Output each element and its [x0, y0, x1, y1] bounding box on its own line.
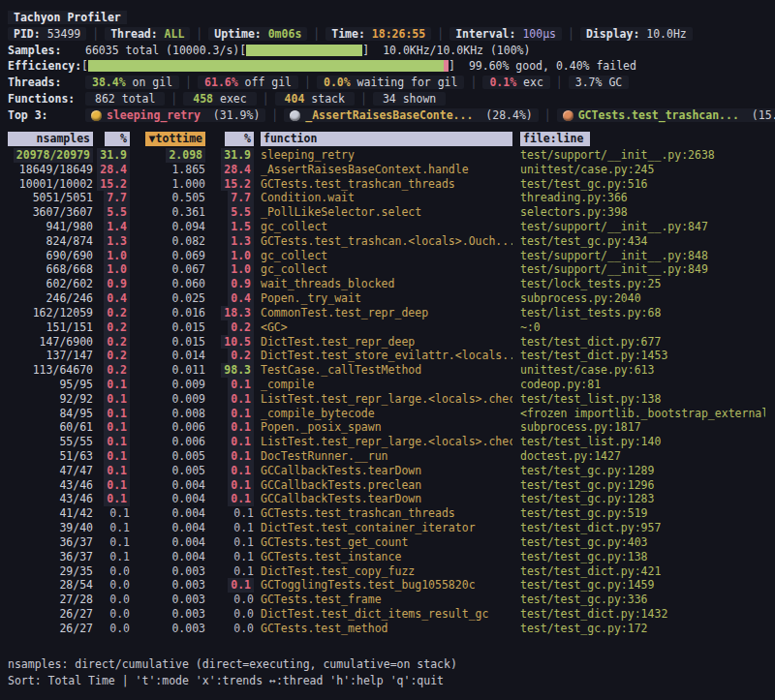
stat-chip: 61.6% off gil: [198, 76, 298, 89]
table-row[interactable]: 26/270.00.0030.0DictTest.test_dict_items…: [8, 607, 767, 622]
cell-pct-direct: 0.4: [104, 291, 130, 306]
info-segment-value: 53499: [47, 27, 81, 41]
cell-nsamples: 43/46: [59, 492, 93, 505]
top3-function-name: _AssertRaisesBaseConte...: [305, 108, 473, 122]
cell-pct-direct: 5.5: [104, 205, 130, 220]
table-row[interactable]: 55/550.10.0060.1ListTest.test_repr_large…: [8, 435, 767, 449]
samples-bar-fill: [246, 45, 362, 56]
cell-file-line: test/support/__init__.py:848: [520, 249, 708, 262]
cell-pct-cumulative: 5.5: [228, 205, 254, 220]
top3-percent: (28.4%): [479, 108, 532, 122]
function-table: 20978/2097931.92.09831.9sleeping_retryte…: [8, 148, 767, 636]
cell-function: GCTests.test_trashcan.<locals>.Ouch....: [261, 234, 512, 248]
cell-tottime: 1.865: [171, 163, 205, 176]
stat-value: 0.1%: [489, 76, 516, 89]
stat-chip: 3.7% GC: [569, 76, 629, 89]
table-row[interactable]: 113/646700.20.01198.3TestCase._callTestM…: [8, 363, 767, 378]
cell-nsamples: 824/874: [46, 234, 93, 248]
cell-file-line: test/support/__init__.py:847: [520, 220, 708, 233]
cell-function: sleeping_retry: [261, 148, 355, 162]
cell-tottime: 0.006: [171, 435, 205, 448]
cell-function: _AssertRaisesBaseContext.handle: [261, 163, 469, 176]
cell-file-line: doctest.py:1427: [520, 449, 621, 463]
cell-function: DictTest.test_repr_deep: [261, 335, 415, 349]
column-header-file-line[interactable]: file:line: [512, 132, 765, 148]
cell-tottime: 0.005: [171, 449, 205, 463]
table-row[interactable]: 602/6020.90.0600.9wait_threads_blockedte…: [8, 277, 767, 291]
table-row[interactable]: 18649/1864928.41.86528.4_AssertRaisesBas…: [8, 163, 767, 177]
cell-pct-direct: 0.1: [104, 407, 130, 421]
table-row[interactable]: 137/1470.20.0140.2DictTest.test_store_ev…: [8, 349, 767, 363]
efficiency-line: Efficiency: [] 99.60% good, 0.40% failed: [8, 58, 767, 75]
stat-value: 61.6%: [204, 76, 238, 89]
column-header-pct-direct[interactable]: %: [93, 132, 130, 148]
cell-file-line: test/test_gc.py:336: [520, 593, 648, 606]
table-row[interactable]: 162/120590.20.01618.3CommonTest.test_rep…: [8, 306, 767, 320]
table-row[interactable]: 3607/36075.50.3615.5_PollLikeSelector.se…: [8, 205, 767, 220]
cell-pct-direct: 7.7: [104, 191, 130, 205]
table-row[interactable]: 824/8741.30.0821.3GCTests.test_trashcan.…: [8, 234, 767, 249]
column-header-function[interactable]: function: [254, 132, 512, 148]
cell-file-line: test/test_dict.py:1453: [520, 349, 667, 362]
cell-tottime: 0.004: [171, 492, 205, 505]
info-segment-value: 18:26:55: [372, 27, 425, 41]
cell-file-line: test/test_list.py:140: [520, 435, 661, 448]
functions-label: Functions:: [8, 92, 85, 106]
cell-tottime: 0.015: [171, 320, 205, 334]
table-row[interactable]: 28/540.00.0030.1GCTogglingTests.test_bug…: [8, 578, 767, 593]
table-row[interactable]: 27/280.00.0030.0GCTests.test_frametest/t…: [8, 593, 767, 607]
column-header-nsamples[interactable]: nsamples: [8, 132, 93, 148]
table-row[interactable]: 690/6901.00.0691.0gc_collecttest/support…: [8, 249, 767, 263]
table-row[interactable]: 668/6681.00.0671.0gc_collecttest/support…: [8, 262, 767, 277]
info-segment-label: Display:: [586, 27, 646, 41]
cell-pct-cumulative: 0.1: [228, 420, 254, 435]
info-segment: Uptime: 0m06s: [208, 27, 307, 41]
info-bar: PID: 53499│Thread: ALL│Uptime: 0m06s│Tim…: [8, 26, 767, 43]
cell-nsamples: 47/47: [59, 464, 93, 477]
cell-tottime: 0.094: [171, 220, 205, 233]
table-row[interactable]: 26/270.00.0030.0GCTests.test_methodtest/…: [8, 622, 767, 636]
cell-pct-cumulative: 15.2: [221, 177, 254, 192]
table-row[interactable]: 5051/50517.70.5057.7Condition.waitthread…: [8, 191, 767, 205]
cell-pct-cumulative: 10.5: [221, 335, 254, 350]
table-row[interactable]: 941/9801.40.0941.5gc_collecttest/support…: [8, 220, 767, 234]
table-row[interactable]: 84/950.10.0080.1_compile_bytecode<frozen…: [8, 407, 767, 421]
table-row[interactable]: 95/950.10.0090.1_compilecodeop.py:81: [8, 378, 767, 392]
cell-pct-cumulative: 18.3: [221, 306, 254, 320]
samples-rate: 10.0KHz/10.0KHz (100%): [383, 44, 530, 57]
table-row[interactable]: 29/350.00.0030.1DictTest.test_copy_fuzzt…: [8, 564, 767, 579]
cell-pct-direct: 0.1: [104, 492, 130, 506]
column-header-tottime-sorted[interactable]: ▼tottime: [130, 132, 205, 148]
column-header-pct-cumulative[interactable]: %: [205, 132, 254, 148]
table-row[interactable]: 43/460.10.0040.1GCCallbackTests.preclean…: [8, 478, 767, 493]
top3-function-name: sleeping_retry: [107, 108, 201, 122]
cell-nsamples: 36/37: [59, 535, 93, 549]
table-row[interactable]: 51/630.10.0050.1DocTestRunner.__rundocte…: [8, 449, 767, 464]
table-row[interactable]: 43/460.10.0040.1GCCallbackTests.tearDown…: [8, 492, 767, 506]
table-row[interactable]: 20978/2097931.92.09831.9sleeping_retryte…: [8, 148, 767, 163]
table-row[interactable]: 41/420.10.0040.1GCTests.test_trashcan_th…: [8, 506, 767, 521]
cell-file-line: test/test_gc.py:516: [520, 177, 648, 191]
threads-line: Threads: 38.4% on gil│61.6% off gil│0.0%…: [8, 75, 767, 91]
info-segment-value: 0m06s: [268, 27, 302, 41]
table-row[interactable]: 151/1510.20.0150.2<GC>~:0: [8, 320, 767, 335]
footer: nsamples: direct/cumulative (direct=exec…: [8, 656, 767, 689]
table-row[interactable]: 92/920.10.0090.1ListTest.test_repr_large…: [8, 392, 767, 407]
cell-pct-direct: 0.2: [104, 335, 130, 350]
table-row[interactable]: 39/400.10.0040.1DictTest.test_container_…: [8, 521, 767, 535]
table-row[interactable]: 36/370.10.0040.1GCTests.test_instancetes…: [8, 550, 767, 564]
cell-nsamples: 36/37: [59, 550, 93, 563]
cell-file-line: selectors.py:398: [520, 205, 628, 219]
cell-pct-direct: 0.2: [104, 349, 130, 363]
table-row[interactable]: 60/610.10.0060.1Popen._posix_spawnsubpro…: [8, 420, 767, 435]
samples-line: Samples: 66035 total (10000.3/s) [] 10.0…: [8, 43, 767, 59]
cell-function: _compile: [261, 378, 314, 391]
table-row[interactable]: 36/370.10.0040.1GCTests.test_get_countte…: [8, 535, 767, 550]
table-row[interactable]: 147/69000.20.01510.5DictTest.test_repr_d…: [8, 335, 767, 350]
cell-function: GCCallbackTests.preclean: [261, 478, 421, 492]
table-row[interactable]: 47/470.10.0050.1GCCallbackTests.tearDown…: [8, 464, 767, 478]
table-row[interactable]: 246/2460.40.0250.4Popen._try_waitsubproc…: [8, 291, 767, 306]
cell-tottime: 0.011: [171, 363, 205, 377]
table-row[interactable]: 10001/1000215.21.00015.2GCTests.test_tra…: [8, 177, 767, 192]
cell-pct-direct: 0.1: [104, 478, 130, 493]
